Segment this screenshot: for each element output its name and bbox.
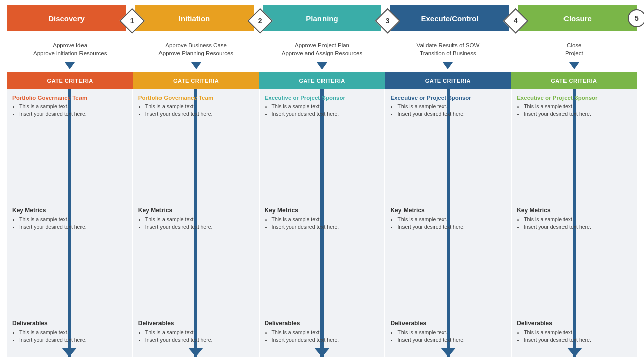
phase-discovery: Discovery 1 — [7, 5, 126, 31]
gate-header-row: GATE CRITERIA GATE CRITERIA GATE CRITERI… — [7, 72, 637, 89]
col-initiation: Portfolio Governance Team This is a samp… — [133, 89, 260, 357]
badge-5: 5 — [628, 9, 644, 27]
gate-closure: GATE CRITERIA — [511, 72, 637, 89]
phase-execute-label: Execute/Control — [421, 14, 478, 23]
col-initiation-bullets3: This is a sample text. Insert your desir… — [138, 329, 254, 344]
col-planning-deliverables-title: Deliverables — [265, 320, 380, 327]
col-discovery-bullets2: This is a sample text. Insert your desir… — [12, 216, 127, 231]
gate-planning: GATE CRITERIA — [259, 72, 385, 89]
col-discovery-role: Portfolio Governance Team — [12, 95, 127, 101]
col-execute-role: Executive or Project Sponsor — [390, 95, 506, 101]
col-initiation-deliverables-title: Deliverables — [138, 320, 254, 327]
col-execute: Executive or Project Sponsor This is a s… — [385, 89, 512, 357]
col-planning-role: Executive or Project Sponsor — [265, 95, 380, 101]
col-closure-role: Executive or Project Sponsor — [517, 95, 632, 101]
col-initiation-bullets2: This is a sample text. Insert your desir… — [138, 216, 254, 231]
phase-planning-label: Planning — [306, 14, 338, 23]
page-container: Discovery 1 Initiation 2 Planning 3 Exec… — [0, 0, 644, 362]
col-execute-bullets1: This is a sample text. Insert your desir… — [390, 103, 506, 118]
phase-planning: Planning 3 — [263, 5, 381, 31]
col-initiation-metrics-title: Key Metrics — [138, 207, 254, 214]
col-planning: Executive or Project Sponsor This is a s… — [260, 89, 386, 357]
col-closure-bullets3: This is a sample text. Insert your desir… — [517, 329, 632, 344]
col-execute-deliverables-title: Deliverables — [390, 320, 506, 327]
col-closure-bullets1: This is a sample text. Insert your desir… — [517, 103, 632, 118]
milestone-initiation: Approve Business CaseApprove Planning Re… — [133, 33, 259, 65]
gate-initiation: GATE CRITERIA — [133, 72, 259, 89]
col-discovery: Portfolio Governance Team This is a samp… — [7, 89, 133, 357]
col-closure-bullets2: This is a sample text. Insert your desir… — [517, 216, 632, 231]
milestone-closure: CloseProject — [511, 33, 637, 65]
phase-closure: Closure 5 — [518, 5, 637, 31]
col-closure-deliverables-title: Deliverables — [517, 320, 632, 327]
content-area: Portfolio Governance Team This is a samp… — [7, 89, 637, 357]
phase-bar: Discovery 1 Initiation 2 Planning 3 Exec… — [7, 5, 637, 31]
phase-execute: Execute/Control 4 — [390, 5, 509, 31]
milestone-discovery: Approve ideaApprove initiation Resources — [7, 33, 133, 65]
milestone-row: Approve ideaApprove initiation Resources… — [7, 33, 637, 65]
col-discovery-bullets3: This is a sample text. Insert your desir… — [12, 329, 127, 344]
col-discovery-metrics-title: Key Metrics — [12, 207, 127, 214]
col-discovery-bullets1: This is a sample text. Insert your desir… — [12, 103, 127, 118]
col-closure-metrics-title: Key Metrics — [517, 207, 632, 214]
col-initiation-bullets1: This is a sample text. Insert your desir… — [138, 103, 254, 118]
col-planning-bullets2: This is a sample text. Insert your desir… — [265, 216, 380, 231]
phase-initiation-label: Initiation — [179, 14, 210, 23]
col-initiation-role: Portfolio Governance Team — [138, 95, 254, 101]
milestone-execute: Validate Results of SOWTransition of Bus… — [385, 33, 511, 65]
gate-execute: GATE CRITERIA — [385, 72, 511, 89]
col-discovery-deliverables-title: Deliverables — [12, 320, 127, 327]
gate-discovery: GATE CRITERIA — [7, 72, 133, 89]
col-planning-bullets3: This is a sample text. Insert your desir… — [265, 329, 380, 344]
phase-discovery-label: Discovery — [48, 14, 85, 23]
milestone-planning: Approve Project PlanApprove and Assign R… — [259, 33, 385, 65]
phase-closure-label: Closure — [564, 14, 592, 23]
col-execute-bullets2: This is a sample text. Insert your desir… — [390, 216, 506, 231]
col-planning-metrics-title: Key Metrics — [265, 207, 380, 214]
col-execute-bullets3: This is a sample text. Insert your desir… — [390, 329, 506, 344]
phase-initiation: Initiation 2 — [135, 5, 254, 31]
col-closure: Executive or Project Sponsor This is a s… — [512, 89, 637, 357]
col-execute-metrics-title: Key Metrics — [390, 207, 506, 214]
col-planning-bullets1: This is a sample text. Insert your desir… — [265, 103, 380, 118]
